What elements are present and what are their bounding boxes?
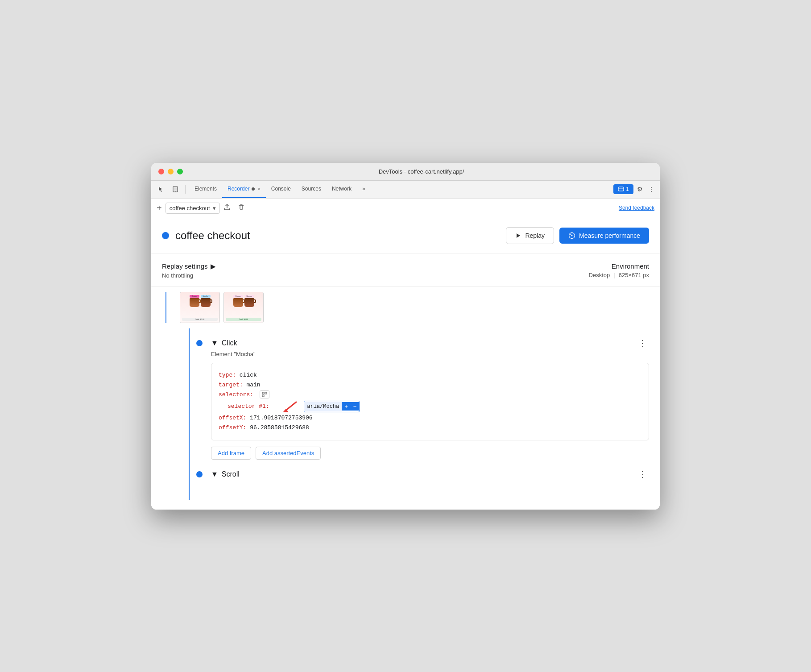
- recording-title: coffee checkout: [175, 229, 506, 242]
- settings-right: Environment Desktop | 625×671 px: [589, 262, 649, 278]
- svg-rect-1: [174, 187, 177, 191]
- devtools-body: Elements Recorder × Console Sources Netw…: [151, 181, 660, 510]
- devtools-window: DevTools - coffee-cart.netlify.app/: [151, 163, 660, 510]
- traffic-lights: [158, 169, 183, 174]
- cursor-icon[interactable]: [155, 183, 167, 195]
- recorder-close-btn[interactable]: ×: [257, 186, 260, 191]
- step-content-scroll: ▼ Scroll ⋮: [211, 469, 649, 482]
- selector-text: aria/Mocha: [304, 401, 342, 412]
- code-line-offsety: offsetY: 96.28585815429688: [219, 423, 641, 433]
- toolbar-right: 1 ⚙ ⋮: [613, 184, 656, 195]
- add-frame-button[interactable]: Add frame: [211, 447, 251, 460]
- scroll-collapse-icon[interactable]: ▼: [211, 470, 218, 478]
- window-title: DevTools - coffee-cart.netlify.app/: [190, 168, 653, 175]
- tab-network[interactable]: Network: [327, 180, 357, 198]
- screenshot-thumbnail-2: Cappu Mocha: [223, 292, 264, 323]
- thumbnail-1[interactable]: Cappu Mocha: [180, 292, 220, 323]
- code-line-offsetx: offsetX: 171.90187072753906: [219, 413, 641, 423]
- step-header-click: ▼ Click ⋮: [211, 337, 649, 349]
- code-line-selector1: selector #1: aria/Mocha: [219, 400, 641, 413]
- chevron-down-icon: ▾: [213, 205, 216, 212]
- expand-icon: ▶: [211, 262, 216, 270]
- collapse-icon[interactable]: ▼: [211, 339, 218, 347]
- step-timeline: ▼ Click ⋮ Element "Mocha" type:: [151, 328, 660, 500]
- svg-point-2: [175, 191, 176, 192]
- thumbnail-2[interactable]: Cappu Mocha: [223, 292, 264, 323]
- thumbnail-strip: Cappu Mocha: [162, 286, 649, 328]
- step-type-label: ▼ Click: [211, 339, 237, 347]
- tab-sources[interactable]: Sources: [296, 180, 327, 198]
- main-toolbar: Elements Recorder × Console Sources Netw…: [151, 181, 660, 199]
- close-button[interactable]: [158, 169, 164, 174]
- recorder-dot-icon: [252, 187, 255, 191]
- arrow-annotation: [276, 400, 298, 413]
- code-line-selectors: selectors:: [219, 390, 641, 400]
- scroll-step: ▼ Scroll ⋮: [162, 469, 649, 482]
- environment-label: Environment: [612, 262, 649, 270]
- export-button[interactable]: [220, 202, 234, 214]
- step-header-scroll: ▼ Scroll ⋮: [211, 469, 649, 480]
- replay-settings-toggle[interactable]: Replay settings ▶: [162, 262, 216, 270]
- step-dot-click: [196, 340, 203, 346]
- title-bar: DevTools - coffee-cart.netlify.app/: [151, 163, 660, 181]
- more-tabs-btn[interactable]: »: [357, 180, 371, 198]
- fullscreen-button[interactable]: [177, 169, 183, 174]
- secondary-toolbar: + coffee checkout ▾ Send feedback: [151, 199, 660, 218]
- code-line-type: type: click: [219, 370, 641, 380]
- step-dot-scroll: [196, 471, 203, 477]
- step-more-button[interactable]: ⋮: [636, 337, 649, 349]
- steps-area: Cappu Mocha: [151, 286, 660, 510]
- send-feedback-link[interactable]: Send feedback: [619, 205, 654, 211]
- selector-remove-button[interactable]: −: [351, 402, 360, 411]
- tab-recorder[interactable]: Recorder ×: [222, 180, 266, 198]
- svg-point-6: [571, 235, 573, 236]
- environment-value: Desktop | 625×671 px: [589, 272, 649, 278]
- step-content-click: ▼ Click ⋮ Element "Mocha" type:: [211, 337, 649, 460]
- thumbnail-container: Cappu Mocha: [180, 292, 649, 323]
- screenshot-thumbnail: Cappu Mocha: [180, 292, 220, 323]
- replay-button[interactable]: Replay: [506, 227, 554, 244]
- code-line-target: target: main: [219, 380, 641, 390]
- action-buttons: Add frame Add assertedEvents: [211, 447, 649, 460]
- settings-left: Replay settings ▶ No throttling: [162, 262, 216, 279]
- recording-header: coffee checkout Replay Measure performan…: [151, 218, 660, 253]
- device-icon[interactable]: [169, 183, 182, 195]
- settings-button[interactable]: ⚙: [635, 184, 645, 195]
- selector-icon[interactable]: [260, 390, 269, 398]
- delete-button[interactable]: [234, 202, 248, 214]
- toolbar-icons: [155, 183, 182, 195]
- minimize-button[interactable]: [168, 169, 174, 174]
- throttling-value: No throttling: [162, 272, 216, 279]
- svg-marker-4: [517, 233, 520, 238]
- step-subtitle: Element "Mocha": [211, 351, 649, 357]
- recording-selector[interactable]: coffee checkout ▾: [166, 203, 220, 214]
- tab-console[interactable]: Console: [266, 180, 296, 198]
- scroll-more-button[interactable]: ⋮: [636, 469, 649, 480]
- selector-add-button[interactable]: +: [342, 402, 351, 411]
- recording-status-dot: [162, 232, 169, 239]
- toolbar-tabs: Elements Recorder × Console Sources Netw…: [189, 180, 371, 198]
- messages-button[interactable]: 1: [613, 184, 633, 194]
- selector-value-box: aria/Mocha + −: [304, 401, 360, 412]
- new-recording-button[interactable]: +: [157, 201, 166, 215]
- svg-rect-8: [265, 392, 267, 394]
- code-block: type: click target: main selectors:: [211, 363, 649, 440]
- svg-rect-9: [262, 395, 264, 397]
- measure-performance-button[interactable]: Measure performance: [559, 228, 649, 244]
- svg-rect-7: [262, 392, 264, 394]
- scroll-type-label: ▼ Scroll: [211, 470, 240, 478]
- more-options-button[interactable]: ⋮: [646, 184, 656, 195]
- tab-elements[interactable]: Elements: [189, 180, 222, 198]
- add-asserted-events-button[interactable]: Add assertedEvents: [256, 447, 321, 460]
- click-step: ▼ Click ⋮ Element "Mocha" type:: [162, 337, 649, 460]
- settings-bar: Replay settings ▶ No throttling Environm…: [151, 253, 660, 286]
- svg-rect-3: [618, 187, 624, 191]
